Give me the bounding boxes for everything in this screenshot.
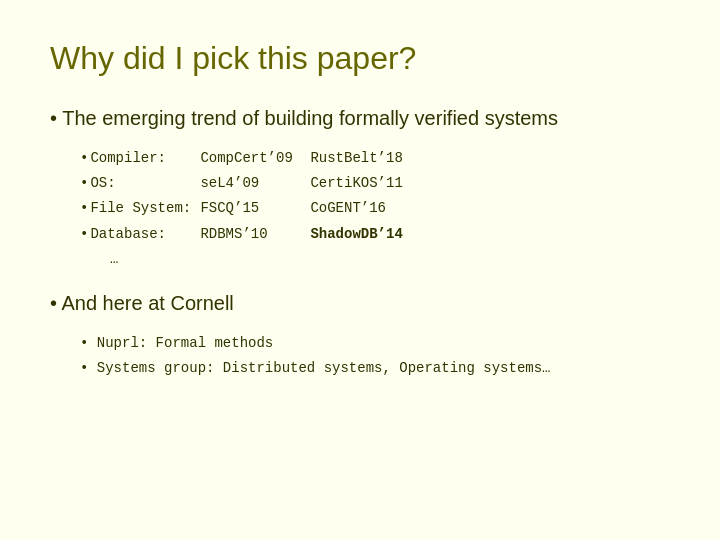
sub-bullets-container: Compiler: CompCert’09 RustBelt’18 OS: se… (80, 146, 670, 272)
database-right: ShadowDB’14 (310, 222, 402, 247)
compiler-label: Compiler: (90, 146, 200, 171)
os-right: CertiKOS’11 (310, 171, 402, 196)
cornell-sub-1: Nuprl: Formal methods (80, 331, 670, 356)
cornell-section: And here at Cornell Nuprl: Formal method… (50, 292, 670, 381)
compiler-mid: CompCert’09 (200, 146, 310, 171)
slide: Why did I pick this paper? The emerging … (0, 0, 720, 540)
filesystem-mid: FSCQ’15 (200, 196, 310, 221)
filesystem-right: CoGENT’16 (310, 196, 386, 221)
database-mid: RDBMS’10 (200, 222, 310, 247)
os-label: OS: (90, 171, 200, 196)
compiler-right: RustBelt’18 (310, 146, 402, 171)
database-label: Database: (90, 222, 200, 247)
main-bullet-2: And here at Cornell (50, 292, 670, 315)
filesystem-label: File System: (90, 196, 200, 221)
sub-bullet-os: OS: seL4’09 CertiKOS’11 (80, 171, 670, 196)
main-bullet-1: The emerging trend of building formally … (50, 107, 670, 130)
cornell-sub-2: Systems group: Distributed systems, Oper… (80, 356, 670, 381)
sub-bullet-compiler: Compiler: CompCert’09 RustBelt’18 (80, 146, 670, 171)
ellipsis: … (110, 247, 670, 272)
slide-title: Why did I pick this paper? (50, 40, 670, 77)
sub-bullet-filesystem: File System: FSCQ’15 CoGENT’16 (80, 196, 670, 221)
os-mid: seL4’09 (200, 171, 310, 196)
sub-bullet-database: Database: RDBMS’10 ShadowDB’14 (80, 222, 670, 247)
